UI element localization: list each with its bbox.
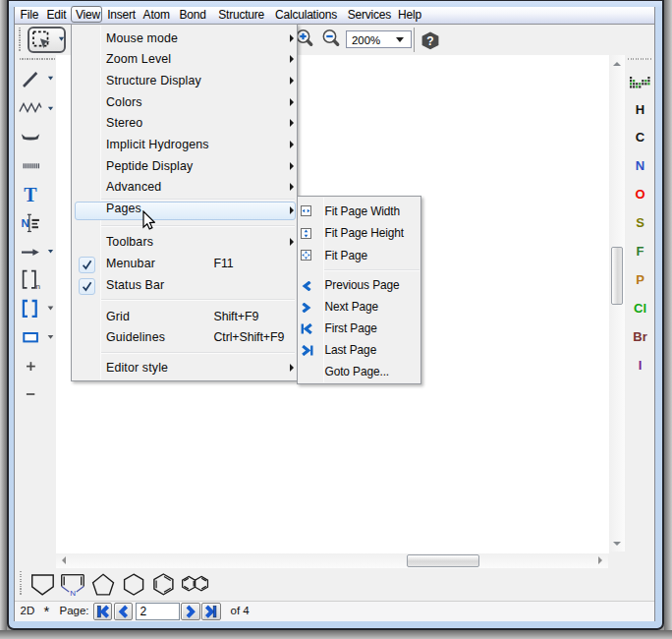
svg-text:n: n xyxy=(36,282,40,291)
svg-text:N: N xyxy=(22,217,29,229)
svg-text:?: ? xyxy=(426,33,433,47)
svg-text:N: N xyxy=(70,589,76,598)
svg-text:T: T xyxy=(24,184,37,205)
